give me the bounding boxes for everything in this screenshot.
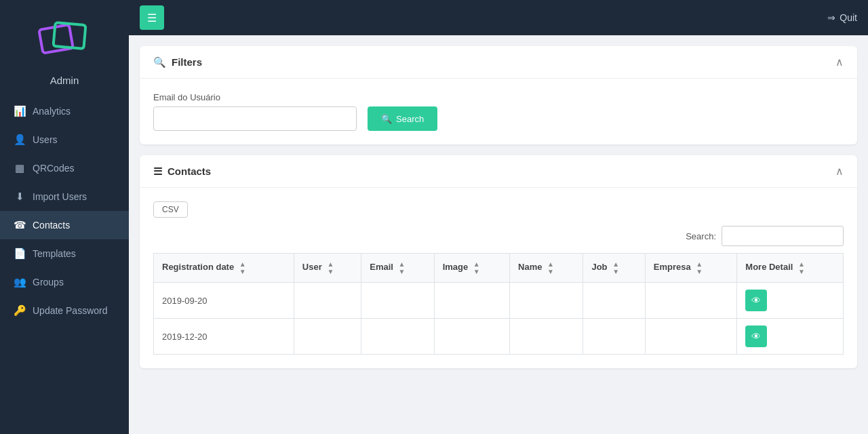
table-row: 2019-12-20 👁 (154, 319, 844, 355)
contacts-table: Registration date ▲▼ User ▲▼ Email ▲▼ Im… (153, 253, 844, 355)
sidebar-item-templates[interactable]: 📄 Templates (0, 239, 129, 268)
cell-name-1 (510, 319, 583, 355)
quit-label: Quit (840, 12, 857, 23)
email-label: Email do Usuário (153, 92, 357, 102)
sort-icon-name: ▲▼ (547, 260, 554, 275)
table-row: 2019-09-20 👁 (154, 283, 844, 319)
table-head: Registration date ▲▼ User ▲▼ Email ▲▼ Im… (154, 254, 844, 283)
email-filter-field: Email do Usuário (153, 92, 357, 131)
analytics-icon: 📊 (14, 105, 26, 117)
contacts-icon: ☰ (153, 165, 162, 178)
sidebar-item-contacts[interactable]: ☎ Contacts (0, 211, 129, 239)
col-job[interactable]: Job ▲▼ (583, 254, 645, 283)
logo-area (0, 0, 129, 75)
eye-icon-0: 👁 (751, 295, 761, 306)
groups-icon: 👥 (14, 276, 26, 288)
filters-card-header: 🔍 Filters ∧ (140, 46, 857, 79)
cell-name-0 (510, 283, 583, 319)
contacts-title: ☰ Contacts (153, 165, 211, 178)
col-reg-date[interactable]: Registration date ▲▼ (154, 254, 294, 283)
users-icon: 👤 (14, 134, 26, 146)
content-area: 🔍 Filters ∧ Email do Usuário 🔍 Search (129, 35, 868, 434)
cell-empresa-1 (645, 319, 737, 355)
sidebar-nav: 📊 Analytics 👤 Users ▦ QRCodes ⬇ Import U… (0, 97, 129, 325)
table-header-row: Registration date ▲▼ User ▲▼ Email ▲▼ Im… (154, 254, 844, 283)
contacts-card: ☰ Contacts ∧ CSV Search: Registration da… (140, 155, 857, 368)
sidebar-item-label-contacts: Contacts (33, 220, 70, 231)
hamburger-icon: ☰ (147, 12, 157, 24)
sidebar-item-label-import-users: Import Users (33, 191, 87, 202)
sidebar-item-update-password[interactable]: 🔑 Update Password (0, 296, 129, 325)
quit-icon: ⇒ (827, 12, 835, 23)
col-name[interactable]: Name ▲▼ (510, 254, 583, 283)
cell-email-1 (361, 319, 434, 355)
col-email[interactable]: Email ▲▼ (361, 254, 434, 283)
logo-icon (37, 14, 92, 68)
contacts-collapse-button[interactable]: ∧ (835, 165, 844, 178)
sidebar-item-label-update-password: Update Password (33, 305, 108, 316)
contacts-icon: ☎ (14, 219, 26, 231)
topbar: ☰ ⇒ Quit (129, 0, 868, 35)
col-image[interactable]: Image ▲▼ (434, 254, 509, 283)
col-user[interactable]: User ▲▼ (294, 254, 361, 283)
eye-icon-1: 👁 (751, 331, 761, 342)
cell-more-detail-0: 👁 (737, 283, 844, 319)
menu-button[interactable]: ☰ (140, 5, 164, 30)
sort-icon-email: ▲▼ (399, 260, 406, 275)
sidebar-item-label-qrcodes: QRCodes (33, 163, 74, 174)
cell-more-detail-1: 👁 (737, 319, 844, 355)
cell-job-1 (583, 319, 645, 355)
main-area: ☰ ⇒ Quit 🔍 Filters ∧ Email do Usuário (129, 0, 868, 434)
sort-icon-more-detail: ▲▼ (798, 260, 805, 275)
search-button[interactable]: 🔍 Search (368, 106, 437, 131)
filters-collapse-button[interactable]: ∧ (835, 56, 844, 68)
search-icon: 🔍 (381, 114, 392, 124)
quit-button[interactable]: ⇒ Quit (827, 12, 857, 23)
filter-icon: 🔍 (153, 56, 166, 68)
cell-user-0 (294, 283, 361, 319)
sidebar: Admin 📊 Analytics 👤 Users ▦ QRCodes ⬇ Im… (0, 0, 129, 434)
cell-email-0 (361, 283, 434, 319)
cell-image-1 (434, 319, 509, 355)
filters-card-body: Email do Usuário 🔍 Search (140, 79, 857, 144)
contacts-card-header: ☰ Contacts ∧ (140, 155, 857, 188)
cell-empresa-0 (645, 283, 737, 319)
sort-icon-empresa: ▲▼ (696, 260, 703, 275)
table-search-label: Search: (686, 231, 716, 241)
filters-title: 🔍 Filters (153, 56, 202, 68)
sidebar-item-label-groups: Groups (33, 277, 64, 288)
sidebar-item-groups[interactable]: 👥 Groups (0, 268, 129, 296)
sort-icon-reg-date: ▲▼ (239, 260, 246, 275)
contacts-card-body: CSV Search: Registration date ▲▼ User ▲▼… (140, 188, 857, 368)
import-users-icon: ⬇ (14, 191, 26, 203)
sidebar-item-analytics[interactable]: 📊 Analytics (0, 97, 129, 125)
cell-image-0 (434, 283, 509, 319)
view-button-0[interactable]: 👁 (745, 290, 767, 311)
cell-job-0 (583, 283, 645, 319)
contacts-tbody: 2019-09-20 👁 2019-12-20 👁 (154, 283, 844, 355)
sort-icon-image: ▲▼ (473, 260, 480, 275)
sidebar-item-users[interactable]: 👤 Users (0, 125, 129, 154)
admin-label: Admin (0, 75, 129, 97)
filters-card: 🔍 Filters ∧ Email do Usuário 🔍 Search (140, 46, 857, 144)
view-button-1[interactable]: 👁 (745, 326, 767, 347)
sidebar-item-import-users[interactable]: ⬇ Import Users (0, 182, 129, 211)
sort-icon-user: ▲▼ (327, 260, 334, 275)
update-password-icon: 🔑 (14, 304, 26, 317)
filter-row: Email do Usuário 🔍 Search (153, 92, 844, 131)
sidebar-item-label-templates: Templates (33, 248, 76, 259)
sidebar-item-qrcodes[interactable]: ▦ QRCodes (0, 154, 129, 182)
table-search-row: Search: (153, 226, 844, 246)
search-label: Search (396, 114, 424, 124)
templates-icon: 📄 (14, 248, 26, 260)
sidebar-item-label-users: Users (33, 134, 58, 145)
col-more-detail[interactable]: More Detail ▲▼ (737, 254, 844, 283)
cell-reg-date-0: 2019-09-20 (154, 283, 294, 319)
email-input[interactable] (153, 106, 357, 131)
sort-icon-job: ▲▼ (612, 260, 619, 275)
col-empresa[interactable]: Empresa ▲▼ (645, 254, 737, 283)
qrcodes-icon: ▦ (14, 162, 26, 174)
table-search-input[interactable] (722, 226, 844, 246)
csv-button[interactable]: CSV (153, 201, 188, 218)
cell-reg-date-1: 2019-12-20 (154, 319, 294, 355)
